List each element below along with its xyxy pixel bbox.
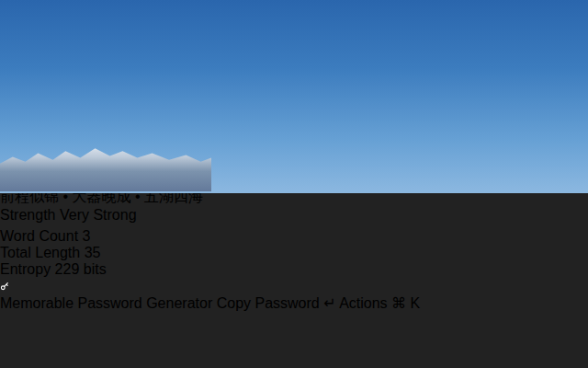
word-count-row: Word Count 3 [0, 228, 588, 245]
screen: ← Filter by password or plaintext words.… [0, 0, 588, 368]
copy-password-button[interactable]: Copy Password [217, 295, 320, 311]
k-key-icon: K [411, 295, 421, 311]
total-length-label: Total Length [0, 245, 80, 260]
command-key-icon: ⌘ [391, 295, 406, 311]
strength-badge: Very Strong [60, 207, 137, 223]
footer-bar: Memorable Password Generator Copy Passwo… [0, 278, 588, 312]
stats-section: Strength Very Strong Word Count 3 Total … [0, 207, 588, 278]
app-name: Memorable Password Generator [0, 295, 212, 311]
app-icon [0, 278, 588, 294]
word-count-value: 3 [83, 228, 91, 244]
strength-label: Strength [0, 207, 55, 223]
return-key-icon: ↵ [323, 295, 335, 311]
key-icon [0, 282, 9, 291]
strength-row: Strength Very Strong [0, 207, 588, 224]
wallpaper-mountains-right [492, 145, 588, 190]
total-length-row: Total Length 35 [0, 245, 588, 261]
total-length-value: 35 [85, 245, 101, 260]
entropy-label: Entropy [0, 261, 51, 277]
entropy-row: Entropy 229 bits [0, 261, 588, 278]
actions-button[interactable]: Actions [339, 295, 387, 311]
entropy-total-value: 229 bits [55, 261, 107, 277]
word-count-label: Word Count [0, 228, 78, 244]
